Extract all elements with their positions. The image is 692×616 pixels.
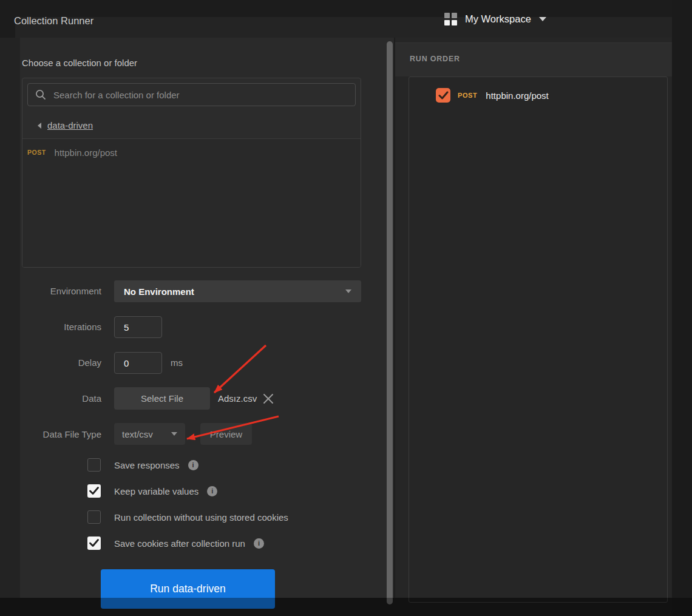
method-badge: POST	[27, 149, 46, 156]
check-icon	[89, 487, 99, 495]
select-file-button[interactable]: Select File	[114, 387, 210, 410]
data-file-type-select[interactable]: text/csv	[114, 423, 185, 445]
workspace-grid-icon	[444, 13, 457, 25]
option-row-run-without-cookies: Run collection without using stored cook…	[87, 510, 288, 524]
request-list: POST httpbin.org/post	[22, 139, 361, 267]
search-icon	[35, 89, 46, 100]
bottom-dim-overlay	[0, 598, 692, 616]
save-cookies-checkbox[interactable]	[87, 536, 101, 550]
run-order-item[interactable]: POST httpbin.org/post	[436, 88, 667, 103]
run-without-stored-cookies-checkbox[interactable]	[87, 510, 101, 524]
run-order-title: RUN ORDER	[410, 55, 460, 63]
option-label: Save cookies after collection run	[114, 538, 245, 549]
info-icon[interactable]	[254, 538, 264, 549]
delay-label: Delay	[20, 357, 101, 368]
keep-variable-values-checkbox[interactable]	[87, 484, 101, 498]
iterations-input[interactable]	[114, 316, 162, 338]
list-item[interactable]: POST httpbin.org/post	[22, 139, 361, 166]
data-file-type-label: Data File Type	[20, 429, 101, 439]
breadcrumb-label: data-driven	[47, 120, 93, 130]
page-title: Collection Runner	[14, 15, 93, 27]
save-responses-checkbox[interactable]	[87, 458, 101, 472]
info-icon[interactable]	[207, 486, 217, 496]
background-app-edge	[672, 0, 692, 616]
chevron-down-icon	[345, 289, 351, 293]
search-field-wrapper	[27, 83, 356, 106]
collection-runner-window: Collection Runner My Workspace Choose a …	[0, 0, 692, 616]
environment-value: No Environment	[124, 286, 345, 297]
run-order-list: POST httpbin.org/post	[409, 76, 668, 603]
request-url: httpbin.org/post	[486, 90, 548, 101]
chevron-down-icon	[171, 432, 177, 436]
back-arrow-icon	[38, 123, 41, 129]
data-file-name: Adsız.csv	[218, 393, 257, 404]
data-label: Data	[20, 393, 101, 404]
option-row-keep-variable-values: Keep variable values	[87, 484, 217, 498]
workspace-label: My Workspace	[465, 13, 531, 25]
option-label: Run collection without using stored cook…	[114, 512, 288, 523]
data-file-type-value: text/csv	[122, 429, 171, 439]
choose-collection-label: Choose a collection or folder	[22, 58, 137, 68]
option-row-save-cookies: Save cookies after collection run	[87, 536, 264, 550]
remove-file-icon[interactable]	[263, 393, 274, 404]
request-url: httpbin.org/post	[55, 147, 117, 158]
chevron-down-icon	[539, 17, 546, 21]
run-order-checkbox[interactable]	[436, 88, 450, 103]
check-icon	[89, 539, 99, 547]
left-margin	[0, 38, 20, 598]
collection-chooser: data-driven POST httpbin.org/post	[22, 78, 361, 268]
method-badge: POST	[458, 92, 477, 99]
environment-label: Environment	[20, 286, 101, 296]
check-icon	[438, 91, 449, 100]
delay-input[interactable]	[114, 352, 162, 374]
delay-unit-label: ms	[171, 357, 183, 368]
search-input[interactable]	[53, 90, 348, 100]
environment-select[interactable]: No Environment	[114, 280, 361, 302]
iterations-label: Iterations	[20, 322, 101, 332]
option-label: Keep variable values	[114, 486, 198, 496]
preview-button[interactable]: Preview	[200, 423, 252, 445]
option-row-save-responses: Save responses	[87, 458, 198, 472]
breadcrumb[interactable]: data-driven	[22, 112, 361, 139]
header-band	[15, 17, 672, 38]
info-icon[interactable]	[188, 460, 198, 470]
search-row	[22, 78, 361, 112]
workspace-switcher[interactable]: My Workspace	[444, 13, 546, 25]
option-label: Save responses	[114, 460, 180, 470]
scrollbar-thumb[interactable]	[387, 41, 393, 604]
